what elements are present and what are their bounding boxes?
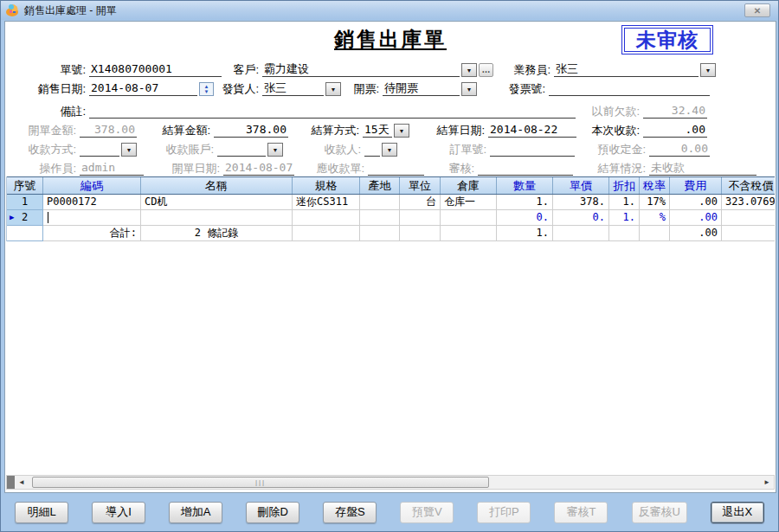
- field-order-amount-label: 開單金額:: [7, 124, 76, 138]
- table-cell[interactable]: [360, 210, 400, 226]
- table-cell[interactable]: [441, 210, 497, 226]
- field-invoice-no-input[interactable]: [549, 94, 710, 96]
- column-header[interactable]: 單位: [400, 177, 441, 194]
- field-settle-date-input[interactable]: 2014-08-22: [488, 123, 576, 138]
- add-button[interactable]: 增加A: [169, 502, 222, 523]
- field-salesman-input[interactable]: 张三: [554, 62, 699, 77]
- table-cell[interactable]: [360, 195, 400, 210]
- detail-button[interactable]: 明細L: [15, 502, 68, 523]
- field-current-receipt-input[interactable]: .00: [643, 123, 707, 138]
- cell-text: 378.: [580, 195, 605, 208]
- window-title: 銷售出庫處理 - 開單: [24, 3, 117, 18]
- table-cell[interactable]: 1.: [497, 195, 553, 210]
- field-settle-method-input[interactable]: 15天: [363, 123, 392, 138]
- table-cell[interactable]: .00: [670, 195, 722, 210]
- table-cell[interactable]: 0.: [497, 210, 553, 226]
- field-order-no-input[interactable]: X14080700001: [89, 62, 222, 77]
- field-settle-amount-input[interactable]: 378.00: [214, 123, 288, 138]
- table-cell[interactable]: %: [640, 210, 670, 226]
- import-button[interactable]: 導入I: [92, 502, 145, 523]
- column-header[interactable]: 規格: [293, 177, 360, 194]
- table-cell[interactable]: 仓库一: [441, 195, 497, 210]
- field-shipper-label: 發貨人:: [211, 82, 259, 96]
- cell-text: 17%: [647, 195, 666, 208]
- table-cell[interactable]: P0000172: [43, 195, 141, 210]
- row-selector-cell[interactable]: ▶2: [7, 210, 43, 226]
- hscroll-thumb[interactable]: |||: [32, 477, 489, 488]
- column-header[interactable]: 名稱: [141, 177, 293, 194]
- column-header[interactable]: 序號: [7, 177, 43, 194]
- field-operator-input: admin: [80, 161, 144, 176]
- field-customer-input[interactable]: 霸力建设: [262, 62, 460, 77]
- delete-button[interactable]: 刪除D: [246, 502, 299, 523]
- cell-text: %: [660, 211, 666, 223]
- field-salesman-dropdown[interactable]: ▼: [700, 63, 716, 77]
- hscroll-track[interactable]: |||: [29, 476, 760, 489]
- field-invoice-status-input[interactable]: 待開票: [383, 81, 460, 96]
- table-cell[interactable]: 迷你CS311: [293, 195, 360, 210]
- field-invoice-no: 發票號:: [495, 80, 710, 96]
- table-row: 1P0000172CD机迷你CS311台仓库一1.378.1.17%.00323…: [7, 195, 775, 210]
- scroll-left-icon[interactable]: ◄: [15, 476, 29, 489]
- table-cell[interactable]: 1.: [609, 210, 640, 226]
- column-header[interactable]: 數量: [497, 177, 553, 194]
- column-header[interactable]: 折扣: [609, 177, 640, 194]
- column-header[interactable]: 產地: [360, 177, 400, 194]
- column-header[interactable]: 編碼: [43, 177, 141, 194]
- save-button[interactable]: 存盤S: [323, 502, 377, 523]
- field-po-no: 訂單號:: [435, 141, 575, 157]
- field-current-receipt-label: 本次收款:: [574, 124, 640, 138]
- table-cell[interactable]: [400, 210, 441, 226]
- text-cursor: [48, 212, 48, 223]
- table-cell[interactable]: 1.: [609, 195, 640, 210]
- scroll-right-icon[interactable]: ►: [760, 476, 774, 489]
- field-customer-dropdown[interactable]: ▼: [461, 63, 477, 77]
- field-current-receipt: 本次收款:.00: [574, 122, 707, 138]
- table-cell[interactable]: 台: [400, 195, 441, 210]
- cell-text: 1: [22, 195, 28, 208]
- total-cell: [722, 226, 775, 241]
- field-invoice-status-dropdown[interactable]: ▼: [461, 82, 477, 96]
- field-shipper-input[interactable]: 张三: [262, 81, 324, 96]
- field-shipper-dropdown[interactable]: ▼: [325, 82, 341, 96]
- table-cell[interactable]: [293, 210, 360, 226]
- titlebar[interactable]: 銷售出庫處理 - 開單 ✕: [1, 1, 778, 20]
- horizontal-scrollbar[interactable]: ◄ ||| ►: [6, 475, 775, 490]
- row-indicator-box: [7, 476, 15, 489]
- column-header[interactable]: 單價: [553, 177, 609, 194]
- table-cell[interactable]: 323.0769: [722, 195, 775, 210]
- column-header[interactable]: 費用: [670, 177, 722, 194]
- table-cell[interactable]: CD机: [141, 195, 293, 210]
- field-order-date: 開單日期:2014-08-07: [151, 160, 294, 176]
- close-button[interactable]: ✕: [744, 3, 770, 17]
- column-header[interactable]: 不含稅價: [722, 177, 775, 194]
- main-panel: 銷售出庫單 未审核 單號:X14080700001客戶:霸力建设▼…業務員:张三…: [4, 21, 776, 493]
- field-order-amount-input: 378.00: [80, 123, 137, 138]
- table-cell[interactable]: 0.: [553, 210, 609, 226]
- table-cell[interactable]: .00: [670, 210, 722, 226]
- cell-text: 323.0769: [725, 195, 775, 208]
- field-sale-date-input[interactable]: 2014-08-07: [89, 81, 197, 96]
- field-settle-date: 結算日期:2014-08-22: [421, 122, 576, 138]
- field-settle-status-label: 結算情況:: [580, 162, 646, 176]
- cell-text: CD机: [145, 195, 167, 208]
- column-header[interactable]: 稅率: [640, 177, 670, 194]
- print-button: 打印P: [477, 502, 531, 523]
- row-selector-cell[interactable]: 1: [7, 195, 43, 210]
- total-cell: 2 條記錄: [141, 226, 293, 241]
- column-header[interactable]: 倉庫: [441, 177, 497, 194]
- table-cell[interactable]: [141, 210, 293, 226]
- customer-lookup-button[interactable]: …: [479, 63, 493, 77]
- field-prev-debt-input: 32.40: [643, 104, 707, 119]
- field-salesman-label: 業務員:: [497, 63, 550, 77]
- table-cell[interactable]: [722, 210, 775, 226]
- table-cell[interactable]: 378.: [553, 195, 609, 210]
- table-cell[interactable]: [43, 210, 141, 226]
- cell-text: .00: [699, 195, 718, 208]
- field-receivable-doc: 應收款單:: [300, 160, 424, 176]
- field-settle-method-dropdown[interactable]: ▼: [394, 124, 409, 138]
- field-remark-input[interactable]: [89, 117, 576, 119]
- field-order-date-input: 2014-08-07: [223, 161, 294, 176]
- exit-button[interactable]: 退出X: [711, 502, 764, 523]
- table-cell[interactable]: 17%: [640, 195, 670, 210]
